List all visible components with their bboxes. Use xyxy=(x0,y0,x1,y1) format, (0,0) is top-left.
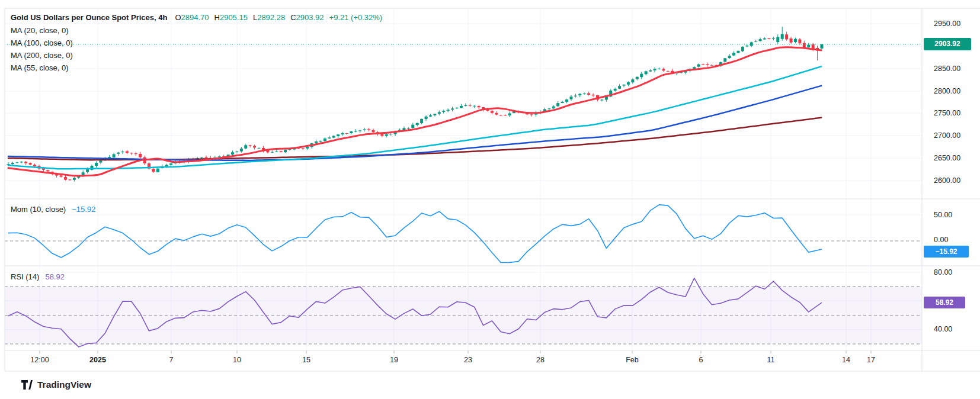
time-axis-label: 17 xyxy=(867,355,875,365)
time-axis-label: 28 xyxy=(536,355,545,365)
momentum-value: −15.92 xyxy=(72,205,95,214)
price-axis-label: 2650.00 xyxy=(934,153,960,163)
tradingview-logo-text: TradingView xyxy=(37,379,91,390)
chart-canvas[interactable] xyxy=(0,0,980,399)
time-axis-label: Feb xyxy=(626,355,639,365)
time-axis-label: 11 xyxy=(767,355,775,365)
ohlc-low: L2892.28 xyxy=(253,13,285,22)
time-axis-label: 19 xyxy=(390,355,398,365)
rsi-value: 58.92 xyxy=(45,272,65,281)
rsi-label: RSI (14) xyxy=(11,272,39,281)
time-axis-label: 6 xyxy=(699,355,703,365)
symbol-title[interactable]: Gold US Dollars per Ounce Spot Prices, 4… xyxy=(11,13,167,22)
ohlc-high: H2905.15 xyxy=(214,13,248,22)
legend-ma-55[interactable]: MA (55, close, 0) xyxy=(11,63,69,72)
price-axis-label: 2700.00 xyxy=(934,131,960,140)
rsi-axis-label: 40.00 xyxy=(934,324,952,334)
momentum-axis-label: 50.00 xyxy=(934,210,952,220)
legend-ma-20[interactable]: MA (20, close, 0) xyxy=(11,26,69,35)
rsi-badge: 58.92 xyxy=(924,297,965,308)
price-axis-label: 2600.00 xyxy=(934,176,960,185)
price-axis[interactable] xyxy=(922,8,980,371)
time-axis[interactable] xyxy=(5,350,922,371)
momentum-badge: −15.92 xyxy=(924,246,969,258)
legend-ma-200[interactable]: MA (200, close, 0) xyxy=(11,51,73,60)
tradingview-logo-icon xyxy=(21,380,33,390)
price-axis-label: 2800.00 xyxy=(934,86,960,96)
time-axis-label: 10 xyxy=(233,355,241,365)
price-change: +9.21 (+0.32%) xyxy=(329,13,383,22)
time-axis-label: 7 xyxy=(169,355,174,365)
time-axis-label: 14 xyxy=(842,355,850,365)
time-axis-label: 12:00 xyxy=(30,355,49,365)
tradingview-link[interactable]: TradingView xyxy=(21,379,91,390)
time-axis-label: 2025 xyxy=(89,355,106,365)
price-axis-label: 2750.00 xyxy=(934,108,960,118)
legend-momentum[interactable]: Mom (10, close)−15.92 xyxy=(11,205,95,214)
tradingview-chart: Gold US Dollars per Ounce Spot Prices, 4… xyxy=(0,0,980,399)
ohlc-open: O2894.70 xyxy=(175,13,209,22)
price-axis-label: 2950.00 xyxy=(934,19,960,28)
last-price-badge: 2903.92 xyxy=(924,38,971,50)
legend-ma-100[interactable]: MA (100, close, 0) xyxy=(11,38,73,47)
price-axis-label: 2850.00 xyxy=(934,64,960,73)
rsi-axis-label: 80.00 xyxy=(934,268,952,277)
momentum-label: Mom (10, close) xyxy=(11,205,66,214)
momentum-axis-label: 0.00 xyxy=(934,235,948,244)
time-axis-label: 15 xyxy=(302,355,310,365)
legend-rsi[interactable]: RSI (14)58.92 xyxy=(11,272,65,281)
ohlc-close: C2903.92 xyxy=(290,13,324,22)
time-axis-label: 23 xyxy=(464,355,472,365)
